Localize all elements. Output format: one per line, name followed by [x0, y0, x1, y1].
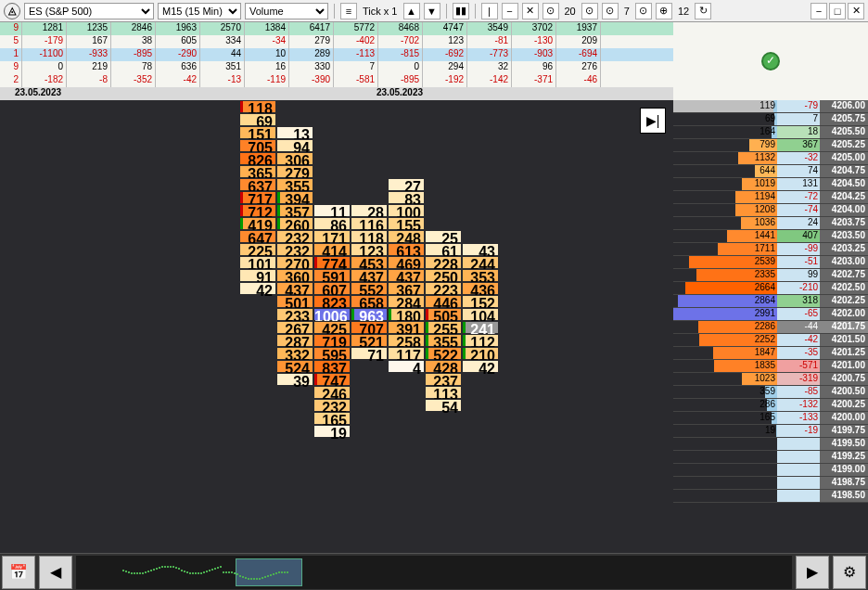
bars-icon[interactable]: ▮▮ [453, 3, 469, 19]
cluster-cell: 180 [388, 308, 425, 321]
stats-cell: 605 [156, 35, 200, 48]
stats-cell: 3702 [512, 22, 556, 35]
ladder-row[interactable]: 1208-744204.00 [673, 204, 868, 217]
nav-right-button[interactable]: ▶ [796, 556, 829, 589]
cluster-cell: 355 [276, 178, 313, 191]
ladder-row[interactable]: 19-194199.75 [673, 425, 868, 438]
target2-alt-icon[interactable]: ⊙ [635, 3, 652, 19]
spin2-value: 7 [622, 6, 632, 17]
stats-cell: -702 [378, 35, 423, 48]
cluster-cell: 284 [388, 295, 425, 308]
target1-icon[interactable]: ⊙ [542, 3, 559, 19]
stats-cell: -581 [334, 74, 378, 87]
ladder-row[interactable]: 4198.50 [673, 490, 868, 503]
minus-icon[interactable]: − [502, 3, 518, 19]
target3-icon[interactable]: ⊕ [656, 3, 672, 19]
nav-left-button[interactable]: ◀ [39, 556, 72, 589]
minimap[interactable] [76, 556, 792, 589]
ladder-row[interactable]: 2286-444201.75 [673, 321, 868, 334]
cluster-cell: 365 [239, 165, 276, 178]
calendar-button[interactable]: 📅 [2, 556, 35, 589]
stats-cell: -179 [22, 35, 67, 48]
ladder-row[interactable]: 1036244203.75 [673, 217, 868, 230]
ladder-row[interactable]: 10191314204.50 [673, 178, 868, 191]
ladder-row[interactable]: 1711-994203.25 [673, 243, 868, 256]
stats-cell: 16 [245, 61, 289, 74]
align-icon[interactable]: ≡ [340, 3, 357, 19]
stats-cell: -895 [378, 74, 423, 87]
stats-cell: -815 [378, 48, 423, 61]
cluster-cell: 774 [313, 256, 351, 269]
price-ladder[interactable]: 119-794206.006974205.75164184205.5079936… [673, 100, 868, 503]
ladder-row[interactable]: 1194-724204.25 [673, 191, 868, 204]
stats-cell: 636 [156, 61, 200, 74]
ladder-row[interactable]: 28643184202.25 [673, 295, 868, 308]
close-icon[interactable]: ✕ [522, 3, 539, 19]
cluster-cell: 613 [388, 243, 425, 256]
ladder-row[interactable]: 4198.75 [673, 477, 868, 490]
window-maximize-icon[interactable]: □ [829, 3, 846, 19]
metric-select[interactable]: Volume [245, 3, 328, 19]
ladder-row[interactable]: 1847-354201.25 [673, 347, 868, 360]
ladder-row[interactable]: 644744204.75 [673, 165, 868, 178]
play-button[interactable]: ▶| [640, 108, 666, 134]
window-minimize-icon[interactable]: − [811, 3, 827, 19]
stats-cell: -933 [67, 48, 111, 61]
ladder-row[interactable]: 14414074203.50 [673, 230, 868, 243]
ladder-row[interactable]: 6974205.75 [673, 113, 868, 126]
ladder-row[interactable]: 1023-3194200.75 [673, 373, 868, 386]
ladder-row[interactable]: 4199.25 [673, 451, 868, 464]
cluster-cell: 61 [425, 243, 462, 256]
cluster-cell: 117 [388, 347, 425, 360]
target1-alt-icon[interactable]: ⊙ [581, 3, 598, 19]
ladder-row[interactable]: 4199.00 [673, 464, 868, 477]
cluster-cell: 437 [351, 269, 388, 282]
ladder-row[interactable]: 2539-514203.00 [673, 256, 868, 269]
tick-up-icon[interactable]: ▲ [403, 3, 420, 19]
ladder-row[interactable]: 2664-2104202.50 [673, 282, 868, 295]
stats-cell: -694 [556, 48, 601, 61]
ladder-row[interactable]: 7993674205.25 [673, 139, 868, 152]
ladder-row[interactable]: 119-794206.00 [673, 100, 868, 113]
window-close-icon[interactable]: ✕ [848, 3, 864, 19]
ladder-row[interactable]: 2252-424201.50 [673, 334, 868, 347]
target2-icon[interactable]: ⊙ [602, 3, 619, 19]
ladder-row[interactable]: 4199.50 [673, 438, 868, 451]
cluster-cell: 42 [462, 360, 499, 373]
toolbar: ◬ ES (S&P 500) M15 (15 Min) Volume ≡ Tic… [0, 0, 868, 22]
stats-cell: 289 [289, 48, 334, 61]
ladder-row[interactable]: 2991-654202.00 [673, 308, 868, 321]
cluster-chart[interactable]: ▶| 1186915170582636563771771241964722510… [0, 100, 673, 553]
cluster-cell: 658 [351, 295, 388, 308]
cluster-cell: 837 [313, 360, 351, 373]
line-icon[interactable]: | [481, 3, 498, 19]
cluster-cell: 747 [313, 373, 351, 386]
settings-button[interactable]: ⚙ [833, 556, 866, 589]
ladder-row[interactable]: 1835-5714201.00 [673, 360, 868, 373]
cluster-cell: 267 [276, 321, 313, 334]
symbol-select[interactable]: ES (S&P 500) [24, 3, 154, 19]
cluster-cell: 91 [239, 269, 276, 282]
ladder-row[interactable]: 2335994202.75 [673, 269, 868, 282]
bottom-bar: 📅 ◀ ▶ ⚙ [0, 553, 868, 590]
cluster-cell: 469 [388, 256, 425, 269]
ladder-row[interactable]: 359-854200.50 [673, 386, 868, 399]
timeframe-select[interactable]: M15 (15 Min) [158, 3, 241, 19]
ladder-row[interactable]: 1132-324205.00 [673, 152, 868, 165]
stats-cell: 38 [111, 35, 156, 48]
stats-cell: -192 [423, 74, 467, 87]
tick-down-icon[interactable]: ▼ [424, 3, 440, 19]
cluster-cell: 306 [276, 152, 313, 165]
refresh-icon[interactable]: ↻ [695, 3, 711, 19]
stats-cell: -182 [22, 74, 67, 87]
ladder-row[interactable]: 286-1324200.25 [673, 399, 868, 412]
cluster-cell: 595 [313, 347, 351, 360]
ladder-row[interactable]: 164184205.50 [673, 126, 868, 139]
cluster-cell: 152 [462, 295, 499, 308]
cluster-cell: 232 [276, 230, 313, 243]
stats-cell: -46 [556, 74, 601, 87]
cluster-cell: 505 [425, 308, 462, 321]
cluster-cell: 42 [239, 282, 276, 295]
ladder-row[interactable]: 165-1334200.00 [673, 412, 868, 425]
cluster-cell: 647 [239, 230, 276, 243]
